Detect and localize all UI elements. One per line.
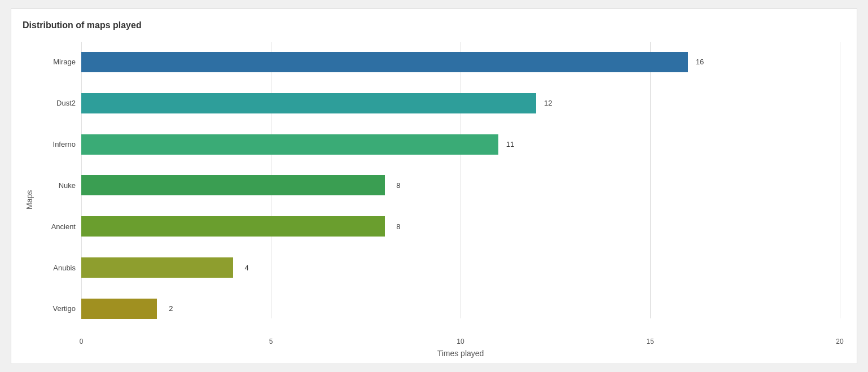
bar: 16	[81, 52, 688, 72]
bar-value-label: 8	[396, 222, 400, 231]
chart-inner: MirageDust2InfernoNukeAncientAnubisVerti…	[36, 42, 840, 358]
bar-value-label: 2	[169, 304, 173, 313]
bar-row: 8	[81, 171, 840, 199]
map-label: Vertigo	[36, 295, 81, 323]
chart-area: Maps MirageDust2InfernoNukeAncientAnubis…	[23, 42, 840, 358]
x-tick: 10	[457, 338, 464, 345]
bar-row: 11	[81, 130, 840, 159]
map-labels: MirageDust2InfernoNukeAncientAnubisVerti…	[36, 42, 81, 335]
bar: 11	[81, 134, 498, 155]
bars-and-grid: 1612118842	[81, 42, 840, 335]
bars-wrapper: 1612118842	[81, 42, 840, 335]
bar-row: 2	[81, 295, 840, 323]
bar-row: 16	[81, 48, 840, 76]
chart-title: Distribution of maps played	[23, 20, 840, 30]
x-tick: 20	[836, 338, 843, 345]
bar-value-label: 12	[544, 99, 552, 107]
bar: 2	[81, 299, 157, 319]
map-label: Inferno	[36, 130, 81, 159]
grid-line	[840, 42, 840, 318]
bar: 8	[81, 216, 385, 237]
bar: 8	[81, 175, 385, 195]
bar: 12	[81, 93, 536, 113]
y-axis-label: Maps	[23, 42, 36, 358]
bars-section: MirageDust2InfernoNukeAncientAnubisVerti…	[36, 42, 840, 335]
map-label: Mirage	[36, 48, 81, 76]
x-axis-label: Times played	[81, 349, 840, 358]
bar-value-label: 11	[506, 140, 514, 148]
chart-container: Distribution of maps played Maps MirageD…	[11, 8, 857, 364]
bar: 4	[81, 257, 233, 278]
bar-row: 12	[81, 89, 840, 117]
map-label: Dust2	[36, 89, 81, 117]
map-label: Anubis	[36, 253, 81, 282]
bar-value-label: 4	[245, 264, 249, 272]
x-tick: 15	[646, 338, 654, 345]
bar-row: 4	[81, 253, 840, 282]
x-tick: 5	[269, 338, 273, 345]
bar-row: 8	[81, 212, 840, 240]
bar-value-label: 16	[696, 58, 704, 66]
map-label: Nuke	[36, 171, 81, 199]
x-axis: 05101520	[81, 335, 840, 347]
x-tick: 0	[80, 338, 84, 345]
bar-value-label: 8	[396, 181, 400, 190]
map-label: Ancient	[36, 212, 81, 240]
